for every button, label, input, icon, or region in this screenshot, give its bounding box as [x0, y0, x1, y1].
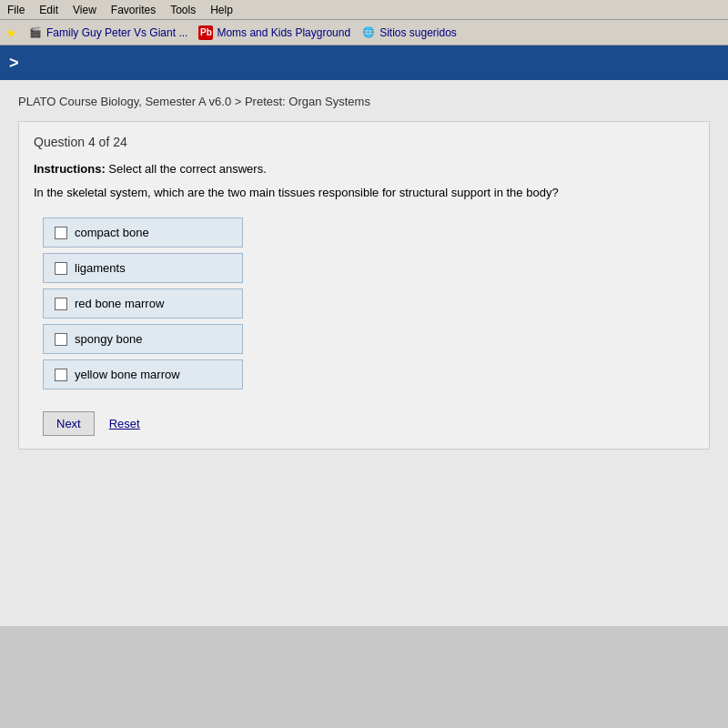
moms-icon: Pb: [198, 25, 213, 40]
answer-spongy-bone[interactable]: spongy bone: [43, 324, 243, 354]
sitios-icon: 🌐: [361, 25, 376, 40]
menu-help[interactable]: Help: [210, 4, 233, 16]
answer-compact-bone[interactable]: compact bone: [43, 217, 243, 248]
button-row: Next Reset: [43, 411, 694, 436]
bookmark-moms[interactable]: Pb Moms and Kids Playground: [198, 25, 350, 40]
nav-bar: >: [0, 46, 728, 80]
menu-tools[interactable]: Tools: [170, 4, 196, 16]
familyguy-icon: 🎬: [28, 25, 43, 40]
instructions-label: Instructions:: [34, 162, 106, 176]
instructions-body: Select all the correct answers.: [108, 162, 266, 176]
bookmarks-bar: ★ 🎬 Family Guy Peter Vs Giant ... Pb Mom…: [0, 20, 728, 46]
favorites-star-icon: ★: [5, 25, 17, 40]
next-button[interactable]: Next: [43, 411, 95, 436]
bookmark-familyguy-label: Family Guy Peter Vs Giant ...: [46, 26, 187, 39]
bookmark-sitios-label: Sitios sugeridos: [379, 26, 457, 39]
answer-red-bone-marrow[interactable]: red bone marrow: [43, 288, 243, 318]
question-box: Question 4 of 24 Instructions: Select al…: [18, 121, 710, 450]
bookmark-sitios[interactable]: 🌐 Sitios sugeridos: [361, 25, 457, 40]
menu-file[interactable]: File: [7, 4, 25, 16]
browser-menubar: File Edit View Favorites Tools Help: [0, 0, 728, 20]
menu-edit[interactable]: Edit: [39, 4, 58, 16]
answer-yellow-bone-marrow[interactable]: yellow bone marrow: [43, 359, 243, 389]
checkbox-ligaments[interactable]: [55, 262, 67, 275]
bookmark-familyguy[interactable]: 🎬 Family Guy Peter Vs Giant ...: [28, 25, 187, 40]
label-ligaments: ligaments: [75, 261, 126, 275]
label-spongy-bone: spongy bone: [75, 332, 142, 346]
checkbox-red-bone-marrow[interactable]: [55, 298, 67, 310]
menu-view[interactable]: View: [73, 4, 96, 16]
checkbox-yellow-bone-marrow[interactable]: [55, 369, 67, 381]
menu-favorites[interactable]: Favorites: [111, 4, 156, 16]
reset-button[interactable]: Reset: [109, 417, 140, 430]
question-number: Question 4 of 24: [34, 135, 694, 149]
main-content: PLATO Course Biology, Semester A v6.0 > …: [0, 80, 728, 626]
checkbox-compact-bone[interactable]: [55, 227, 67, 239]
label-red-bone-marrow: red bone marrow: [75, 297, 164, 310]
question-text: In the skeletal system, which are the tw…: [34, 185, 694, 201]
nav-chevron-button[interactable]: >: [9, 54, 19, 73]
label-compact-bone: compact bone: [75, 226, 149, 239]
answer-ligaments[interactable]: ligaments: [43, 253, 243, 283]
label-yellow-bone-marrow: yellow bone marrow: [75, 368, 180, 381]
checkbox-spongy-bone[interactable]: [55, 333, 67, 346]
bookmark-moms-label: Moms and Kids Playground: [217, 26, 350, 39]
instructions: Instructions: Select all the correct ans…: [34, 162, 694, 176]
answer-options: compact bone ligaments red bone marrow s…: [43, 217, 694, 389]
breadcrumb: PLATO Course Biology, Semester A v6.0 > …: [18, 95, 710, 108]
